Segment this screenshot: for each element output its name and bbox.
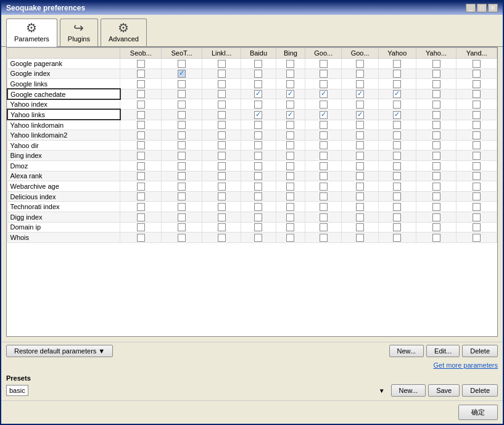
checkbox[interactable]: [254, 192, 262, 200]
parameters-table-container[interactable]: Seob... SeoT... LinkI... Baidu Bing Goo.…: [7, 47, 497, 336]
checkbox-cell[interactable]: [416, 151, 456, 161]
checkbox-cell[interactable]: [162, 140, 202, 151]
checkbox[interactable]: [393, 141, 401, 149]
checkbox-cell[interactable]: [241, 68, 276, 79]
checkbox-cell[interactable]: [416, 79, 456, 89]
checkbox[interactable]: [356, 172, 364, 180]
checkbox[interactable]: [393, 223, 401, 231]
checkbox-cell[interactable]: [162, 171, 202, 181]
checkbox[interactable]: [218, 203, 226, 211]
checkbox[interactable]: [254, 223, 262, 231]
checkbox[interactable]: [393, 192, 401, 200]
checkbox-cell[interactable]: [120, 109, 162, 120]
checkbox-cell[interactable]: [416, 233, 456, 243]
checkbox-cell[interactable]: [202, 109, 241, 120]
checkbox-cell[interactable]: [378, 68, 416, 79]
checkbox[interactable]: [473, 213, 481, 221]
close-button[interactable]: ✕: [488, 4, 498, 12]
checkbox-cell[interactable]: [378, 79, 416, 89]
checkbox-cell[interactable]: [378, 233, 416, 243]
checkbox-cell[interactable]: [202, 59, 241, 69]
checkbox-cell[interactable]: [241, 151, 276, 161]
checkbox[interactable]: [286, 60, 294, 68]
checkbox-cell[interactable]: [202, 160, 241, 171]
checkbox[interactable]: [393, 203, 401, 211]
checkbox-cell[interactable]: [456, 109, 497, 120]
checkbox-cell[interactable]: [202, 140, 241, 151]
checkbox-cell[interactable]: [120, 140, 162, 151]
checkbox[interactable]: [254, 141, 262, 149]
checkbox[interactable]: [320, 70, 328, 78]
maximize-button[interactable]: □: [477, 4, 487, 12]
checkbox-cell[interactable]: [241, 202, 276, 212]
checkbox-cell[interactable]: [162, 89, 202, 99]
checkbox[interactable]: [254, 80, 262, 88]
checkbox-cell[interactable]: [378, 222, 416, 233]
checkbox-cell[interactable]: [378, 89, 416, 99]
checkbox-cell[interactable]: [241, 99, 276, 110]
checkbox-cell[interactable]: [241, 109, 276, 120]
checkbox[interactable]: [254, 152, 262, 160]
checkbox[interactable]: [320, 192, 328, 200]
checkbox[interactable]: [286, 203, 294, 211]
checkbox[interactable]: [432, 152, 440, 160]
checkbox[interactable]: [432, 234, 440, 242]
checkbox-cell[interactable]: [120, 191, 162, 202]
checkbox[interactable]: [473, 121, 481, 129]
checkbox[interactable]: [286, 213, 294, 221]
checkbox[interactable]: [286, 223, 294, 231]
checkbox-cell[interactable]: [342, 202, 378, 212]
preset-delete-button[interactable]: Delete: [462, 384, 498, 397]
checkbox-cell[interactable]: [378, 130, 416, 141]
checkbox[interactable]: [218, 234, 226, 242]
checkbox[interactable]: [393, 162, 401, 170]
checkbox-cell[interactable]: [456, 120, 497, 130]
checkbox[interactable]: [432, 121, 440, 129]
checkbox-cell[interactable]: [456, 130, 497, 141]
checkbox[interactable]: [254, 111, 262, 119]
checkbox-cell[interactable]: [416, 99, 456, 110]
checkbox-cell[interactable]: [342, 171, 378, 181]
checkbox[interactable]: [178, 203, 186, 211]
checkbox[interactable]: [178, 111, 186, 119]
checkbox[interactable]: [178, 223, 186, 231]
checkbox[interactable]: [286, 141, 294, 149]
checkbox[interactable]: [178, 183, 186, 191]
checkbox-cell[interactable]: [120, 68, 162, 79]
checkbox-cell[interactable]: [342, 151, 378, 161]
checkbox[interactable]: [393, 121, 401, 129]
checkbox-cell[interactable]: [342, 181, 378, 192]
checkbox[interactable]: [432, 223, 440, 231]
checkbox[interactable]: [320, 141, 328, 149]
checkbox-cell[interactable]: [120, 171, 162, 181]
checkbox[interactable]: [137, 70, 145, 78]
checkbox[interactable]: [137, 213, 145, 221]
checkbox[interactable]: [137, 101, 145, 109]
checkbox[interactable]: [218, 162, 226, 170]
checkbox-cell[interactable]: [305, 99, 342, 110]
checkbox-cell[interactable]: [202, 212, 241, 222]
checkbox[interactable]: [393, 80, 401, 88]
checkbox-cell[interactable]: [456, 89, 497, 99]
checkbox[interactable]: [356, 131, 364, 139]
checkbox-cell[interactable]: [456, 181, 497, 192]
checkbox-cell[interactable]: [241, 171, 276, 181]
checkbox[interactable]: [178, 234, 186, 242]
checkbox[interactable]: [432, 90, 440, 98]
checkbox[interactable]: [137, 80, 145, 88]
checkbox[interactable]: [320, 223, 328, 231]
checkbox-cell[interactable]: [416, 191, 456, 202]
checkbox-cell[interactable]: [342, 59, 378, 69]
tab-advanced[interactable]: ⚙ Advanced: [101, 19, 147, 46]
checkbox-cell[interactable]: [342, 109, 378, 120]
checkbox[interactable]: [178, 192, 186, 200]
checkbox-cell[interactable]: [162, 191, 202, 202]
checkbox-cell[interactable]: [456, 191, 497, 202]
checkbox-cell[interactable]: [120, 79, 162, 89]
checkbox[interactable]: [473, 172, 481, 180]
checkbox-cell[interactable]: [456, 151, 497, 161]
checkbox[interactable]: [356, 162, 364, 170]
checkbox[interactable]: [218, 90, 226, 98]
checkbox[interactable]: [473, 203, 481, 211]
checkbox[interactable]: [286, 162, 294, 170]
